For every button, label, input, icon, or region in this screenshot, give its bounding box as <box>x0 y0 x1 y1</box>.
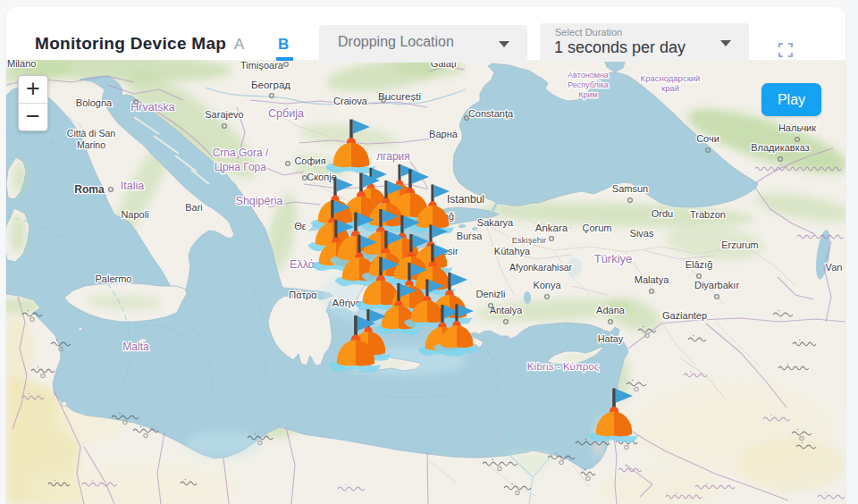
svg-text:Автономна: Автономна <box>568 71 609 80</box>
svg-text:Hatay: Hatay <box>598 333 624 344</box>
svg-text:София: София <box>294 155 325 166</box>
svg-text:Samsun: Samsun <box>612 183 648 194</box>
svg-text:Craiova: Craiova <box>333 96 368 106</box>
svg-text:Владикавказ: Владикавказ <box>751 142 810 153</box>
svg-text:Constanța: Constanța <box>468 108 514 119</box>
svg-text:Roma: Roma <box>74 183 105 196</box>
svg-text:Italia: Italia <box>121 180 144 192</box>
svg-text:Варна: Варна <box>429 129 458 139</box>
svg-text:Istanbul: Istanbul <box>447 193 484 206</box>
svg-text:Città di San: Città di San <box>67 128 115 139</box>
svg-text:Diyarbakır: Diyarbakır <box>694 280 739 290</box>
svg-text:Crna Gora /: Crna Gora / <box>213 147 269 159</box>
svg-text:Sakarya: Sakarya <box>477 217 514 228</box>
svg-text:Крим: Крим <box>578 90 597 99</box>
svg-text:Malta: Malta <box>122 340 149 353</box>
svg-text:Trabzon: Trabzon <box>690 209 726 220</box>
svg-text:Timișoara: Timișoara <box>240 60 284 71</box>
svg-text:Türkiye: Türkiye <box>594 252 633 265</box>
svg-text:Скопје: Скопје <box>307 172 337 182</box>
svg-text:Србија: Србија <box>268 107 304 120</box>
svg-text:край: край <box>661 83 679 93</box>
svg-text:Bursa: Bursa <box>457 231 484 241</box>
svg-text:Сочи: Сочи <box>696 133 719 144</box>
svg-text:Eskişehir: Eskişehir <box>512 235 547 245</box>
svg-text:Adana: Adana <box>596 305 626 315</box>
svg-text:Республіка: Республіка <box>568 80 609 89</box>
svg-text:Sarajevo: Sarajevo <box>205 109 243 120</box>
svg-text:Ankara: Ankara <box>535 223 568 233</box>
svg-text:Црна Гора: Црна Гора <box>214 161 266 173</box>
svg-text:Erzurum: Erzurum <box>721 239 759 250</box>
svg-text:Palermo: Palermo <box>96 273 132 284</box>
svg-text:Kıbrıs - Κύπρος: Kıbrıs - Κύπρος <box>527 361 600 372</box>
svg-text:Bologna: Bologna <box>76 97 113 108</box>
svg-text:Denizli: Denizli <box>475 289 505 299</box>
svg-text:Napoli: Napoli <box>121 209 148 220</box>
svg-text:Shqipëria: Shqipëria <box>236 195 283 207</box>
svg-text:Ordu: Ordu <box>652 208 673 219</box>
svg-text:Milano: Milano <box>7 60 36 69</box>
svg-text:Нальчик: Нальчик <box>778 122 816 133</box>
svg-text:Afyonkarahisar: Afyonkarahisar <box>509 262 573 273</box>
svg-text:Краснодарский: Краснодарский <box>641 73 701 83</box>
svg-text:București: București <box>378 91 421 102</box>
svg-text:Kütahya: Kütahya <box>494 246 531 256</box>
svg-text:Bari: Bari <box>185 202 203 213</box>
svg-text:Konya: Konya <box>533 280 561 290</box>
svg-text:Sivas: Sivas <box>630 228 654 239</box>
svg-text:Van: Van <box>826 262 843 273</box>
svg-text:Πάτρα: Πάτρα <box>289 290 317 300</box>
svg-text:Gaziantep: Gaziantep <box>662 310 707 321</box>
svg-text:Θε: Θε <box>294 221 307 231</box>
svg-text:Malatya: Malatya <box>635 274 669 285</box>
svg-text:Antalya: Antalya <box>490 305 524 315</box>
svg-text:Çorum: Çorum <box>582 223 611 233</box>
svg-text:Elâzığ: Elâzığ <box>686 259 713 270</box>
svg-text:Marino: Marino <box>77 139 105 150</box>
svg-text:Београд: Београд <box>251 80 290 90</box>
svg-text:лгария: лгария <box>376 150 410 163</box>
